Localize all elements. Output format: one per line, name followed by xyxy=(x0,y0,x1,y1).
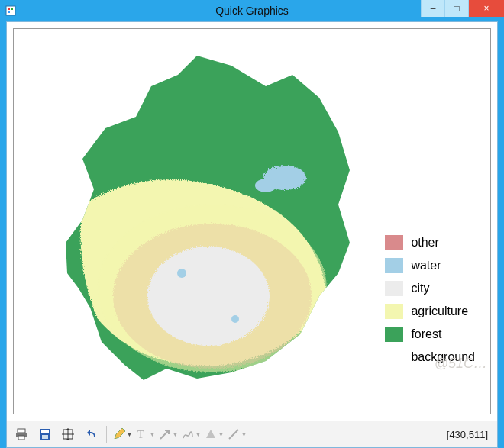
client-area: otherwatercityagricultureforestbackgroun… xyxy=(6,21,498,448)
line-tool-icon xyxy=(227,427,241,441)
svg-rect-2 xyxy=(11,8,13,10)
svg-rect-0 xyxy=(6,6,15,15)
svg-text:T: T xyxy=(137,429,144,440)
legend-label: other xyxy=(411,236,438,250)
undo-button[interactable] xyxy=(80,424,102,445)
legend-label: forest xyxy=(411,327,441,341)
legend-label: city xyxy=(411,282,429,295)
svg-point-9 xyxy=(255,179,276,192)
legend-item-background: background xyxy=(385,346,475,369)
dropdown-caret-icon: ▼ xyxy=(241,431,247,438)
cursor-coords: [430,511] xyxy=(447,429,493,440)
legend-item-forest: forest xyxy=(385,323,475,346)
legend-swatch-city xyxy=(385,281,403,296)
legend-label: water xyxy=(411,259,441,272)
undo-icon xyxy=(84,427,98,441)
toolbar: ▼T▼▼▼▼▼[430,511] xyxy=(7,421,497,447)
app-window: Quick Graphics – □ × xyxy=(0,0,504,448)
fit-extent-icon xyxy=(61,427,75,441)
dropdown-caret-icon: ▼ xyxy=(173,431,179,438)
fit-button[interactable] xyxy=(57,424,79,445)
legend-item-water: water xyxy=(385,254,475,277)
text-button: T▼ xyxy=(134,424,156,445)
svg-point-11 xyxy=(231,315,239,323)
plot-panel[interactable]: otherwatercityagricultureforestbackgroun… xyxy=(13,28,491,414)
dropdown-caret-icon: ▼ xyxy=(150,431,156,438)
window-controls: – □ × xyxy=(421,0,504,17)
print-button[interactable] xyxy=(11,424,33,445)
legend-item-city: city xyxy=(385,277,475,300)
shape-tool-icon xyxy=(204,427,218,441)
legend: otherwatercityagricultureforestbackgroun… xyxy=(385,231,475,369)
legend-item-agriculture: agriculture xyxy=(385,300,475,323)
svg-rect-17 xyxy=(42,435,48,439)
dropdown-caret-icon: ▼ xyxy=(127,431,133,438)
arrow-button: ▼ xyxy=(157,424,179,445)
shape-button: ▼ xyxy=(203,424,225,445)
freehand-button: ▼ xyxy=(180,424,202,445)
svg-point-10 xyxy=(177,269,186,278)
save-icon xyxy=(38,427,52,441)
titlebar[interactable]: Quick Graphics – □ × xyxy=(0,0,504,21)
svg-rect-3 xyxy=(8,11,10,13)
landcover-map xyxy=(37,44,365,388)
print-icon xyxy=(15,427,29,441)
legend-label: background xyxy=(411,350,475,364)
legend-label: agriculture xyxy=(411,305,468,318)
plot-area: otherwatercityagricultureforestbackgroun… xyxy=(7,22,497,421)
legend-swatch-forest xyxy=(385,327,403,342)
close-button[interactable]: × xyxy=(468,0,504,17)
legend-swatch-water xyxy=(385,258,403,273)
freehand-tool-icon xyxy=(181,427,195,441)
dropdown-caret-icon: ▼ xyxy=(218,431,225,438)
line-button: ▼ xyxy=(226,424,247,445)
legend-item-other: other xyxy=(385,231,475,254)
dropdown-caret-icon: ▼ xyxy=(195,431,202,438)
legend-swatch-other xyxy=(385,235,403,250)
text-tool-icon: T xyxy=(135,427,149,441)
svg-rect-14 xyxy=(18,436,24,440)
pencil-icon xyxy=(112,427,126,441)
svg-rect-1 xyxy=(8,8,10,10)
app-icon xyxy=(5,5,17,17)
legend-swatch-background xyxy=(385,350,403,365)
toolbar-separator xyxy=(106,426,107,443)
svg-rect-16 xyxy=(41,430,49,433)
edit-button[interactable]: ▼ xyxy=(111,424,133,445)
minimize-button[interactable]: – xyxy=(421,0,444,17)
svg-rect-12 xyxy=(18,429,25,433)
legend-swatch-agriculture xyxy=(385,304,403,319)
maximize-button[interactable]: □ xyxy=(444,0,468,17)
save-button[interactable] xyxy=(34,424,56,445)
arrow-tool-icon xyxy=(158,427,172,441)
svg-point-7 xyxy=(147,247,270,346)
